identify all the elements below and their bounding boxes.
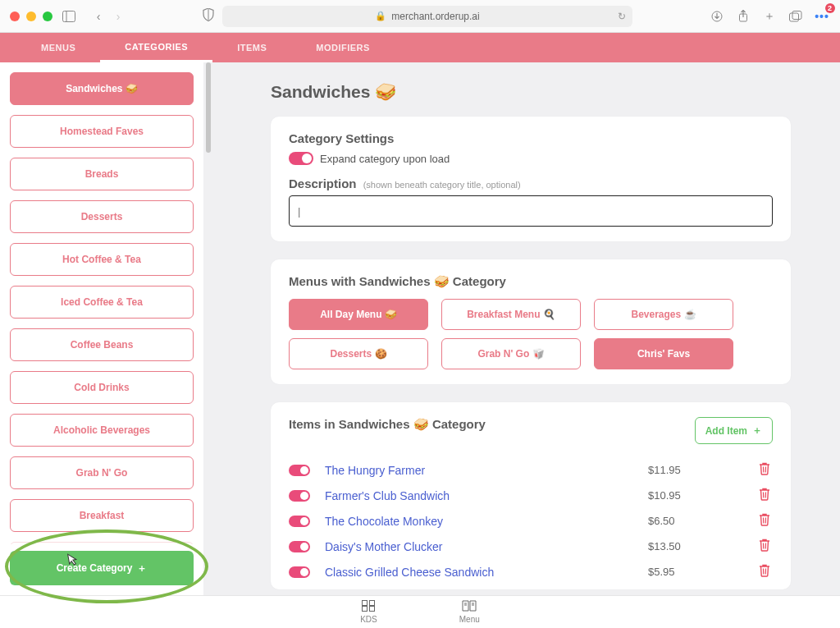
item-name-link[interactable]: The Hungry Farmer — [325, 464, 638, 477]
item-toggle[interactable] — [289, 516, 310, 527]
svg-rect-6 — [792, 11, 801, 19]
menu-icon — [462, 600, 477, 614]
close-window[interactable] — [10, 11, 20, 21]
item-price: $5.95 — [648, 566, 746, 578]
tab-modifiers[interactable]: MODIFIERS — [291, 33, 395, 62]
item-row: Farmer's Club Sandwich$10.95 — [289, 483, 773, 508]
expand-toggle-label: Expand category upon load — [320, 153, 450, 165]
add-item-button[interactable]: Add Item ＋ — [695, 417, 773, 444]
sidebar-category-iced-coffee-tea[interactable]: Iced Coffee & Tea — [10, 286, 194, 319]
svg-rect-0 — [63, 11, 75, 21]
item-price: $6.50 — [648, 515, 746, 527]
sidebar-category-breads[interactable]: Breads — [10, 158, 194, 190]
trash-icon[interactable] — [756, 513, 773, 529]
url-text: merchant.orderup.ai — [391, 11, 479, 22]
kds-icon — [362, 600, 375, 614]
category-sidebar: Sandwiches 🥪 Homestead Faves Breads Dess… — [0, 62, 203, 595]
item-price: $10.95 — [648, 489, 746, 502]
item-toggle[interactable] — [289, 566, 310, 578]
item-name-link[interactable]: The Chocolate Monkey — [325, 515, 638, 528]
back-icon[interactable]: ‹ — [90, 8, 107, 25]
sidebar-category-breakfast[interactable]: Breakfast — [10, 499, 194, 532]
svg-rect-17 — [363, 601, 368, 606]
description-input[interactable] — [289, 195, 773, 227]
top-tab-bar: MENUS CATEGORIES ITEMS MODIFIERS — [0, 33, 840, 62]
trash-icon[interactable] — [756, 488, 773, 503]
tab-categories[interactable]: CATEGORIES — [100, 33, 212, 62]
sidebar-category-coffee-beans[interactable]: Coffee Beans — [10, 328, 194, 361]
item-name-link[interactable]: Farmer's Club Sandwich — [325, 489, 638, 502]
main-content: Sandwiches 🥪 Category Settings Expand ca… — [213, 62, 840, 595]
menus-card: Menus with Sandwiches 🥪 Category All Day… — [271, 259, 791, 384]
lock-icon: 🔒 — [375, 11, 386, 21]
notification-badge: 2 — [825, 3, 835, 13]
url-bar[interactable]: 🔒 merchant.orderup.ai ↻ — [222, 6, 632, 27]
item-name-link[interactable]: Classic Grilled Cheese Sandwich — [325, 566, 638, 579]
item-row: The Hungry Farmer$11.95 — [289, 457, 773, 483]
description-label: Description (shown beneath category titl… — [289, 176, 773, 190]
expand-toggle[interactable] — [289, 152, 313, 165]
svg-rect-20 — [370, 607, 375, 612]
sidebar-toggle-icon[interactable] — [61, 8, 77, 25]
item-toggle[interactable] — [289, 490, 310, 502]
sidebar-category-grab-n-go[interactable]: Grab N' Go — [10, 456, 194, 489]
sidebar-category-hot-coffee-tea[interactable]: Hot Coffee & Tea — [10, 243, 194, 276]
category-settings-card: Category Settings Expand category upon l… — [271, 117, 791, 241]
tabs-icon[interactable] — [788, 8, 804, 25]
svg-rect-18 — [370, 601, 375, 606]
scrollbar-gutter — [203, 62, 213, 595]
svg-rect-5 — [790, 13, 799, 21]
more-icon[interactable]: •••2 — [814, 8, 830, 25]
item-name-link[interactable]: Daisy's Mother Clucker — [325, 540, 638, 553]
tab-items[interactable]: ITEMS — [212, 33, 291, 62]
download-icon[interactable] — [709, 8, 725, 25]
trash-icon[interactable] — [756, 462, 773, 478]
items-card: Items in Sandwiches 🥪 Category Add Item … — [271, 402, 791, 589]
window-controls — [10, 11, 52, 21]
item-price: $11.95 — [648, 464, 746, 476]
forward-icon[interactable]: › — [110, 8, 126, 25]
new-tab-icon[interactable]: ＋ — [761, 8, 778, 25]
plus-icon: ＋ — [752, 424, 762, 438]
menus-heading: Menus with Sandwiches 🥪 Category — [289, 274, 773, 289]
sidebar-category-sandwiches[interactable]: Sandwiches 🥪 — [10, 72, 194, 105]
cursor-icon — [66, 551, 81, 570]
tab-menus[interactable]: MENUS — [16, 33, 100, 62]
sidebar-category-cold-drinks[interactable]: Cold Drinks — [10, 371, 194, 404]
menu-chip-beverages[interactable]: Beverages ☕ — [594, 299, 733, 330]
nav-kds[interactable]: KDS — [360, 600, 377, 624]
item-toggle[interactable] — [289, 541, 310, 552]
privacy-shield-icon[interactable] — [203, 8, 214, 24]
nav-menu-label: Menu — [459, 615, 480, 624]
page-title: Sandwiches 🥪 — [271, 82, 791, 102]
share-icon[interactable] — [735, 8, 751, 25]
item-row: Classic Grilled Cheese Sandwich$5.95 — [289, 559, 773, 584]
description-hint: (shown beneath category title, optional) — [363, 180, 521, 190]
sidebar-category-homestead-faves[interactable]: Homestead Faves — [10, 115, 194, 148]
bottom-nav: KDS Menu — [0, 595, 840, 628]
scrollbar-thumb[interactable] — [206, 62, 211, 153]
category-settings-heading: Category Settings — [289, 131, 773, 145]
reload-icon[interactable]: ↻ — [618, 11, 626, 22]
sidebar-category-desserts[interactable]: Desserts — [10, 200, 194, 233]
svg-rect-19 — [363, 607, 368, 612]
menu-chip-breakfast[interactable]: Breakfast Menu 🍳 — [441, 299, 581, 330]
menu-chip-grab-n-go[interactable]: Grab N' Go 🥡 — [441, 338, 581, 369]
browser-chrome: ‹ › 🔒 merchant.orderup.ai ↻ ＋ •••2 — [0, 0, 840, 33]
create-category-button[interactable]: Create Category ＋ — [10, 551, 194, 585]
trash-icon[interactable] — [756, 564, 773, 580]
menu-chip-desserts[interactable]: Desserts 🍪 — [289, 338, 428, 369]
nav-menu[interactable]: Menu — [459, 600, 480, 624]
maximize-window[interactable] — [43, 11, 52, 21]
items-heading: Items in Sandwiches 🥪 Category — [289, 417, 486, 432]
nav-kds-label: KDS — [360, 615, 377, 624]
minimize-window[interactable] — [26, 11, 36, 21]
item-row: Daisy's Mother Clucker$13.50 — [289, 534, 773, 559]
menu-chip-all-day[interactable]: All Day Menu 🥪 — [289, 299, 428, 330]
item-toggle[interactable] — [289, 465, 310, 476]
sidebar-category-alcoholic-beverages[interactable]: Alcoholic Beverages — [10, 414, 194, 447]
menu-chip-chris-favs[interactable]: Chris' Favs — [594, 338, 733, 369]
add-item-label: Add Item — [705, 425, 747, 437]
item-row: The Chocolate Monkey$6.50 — [289, 508, 773, 534]
trash-icon[interactable] — [756, 539, 773, 554]
